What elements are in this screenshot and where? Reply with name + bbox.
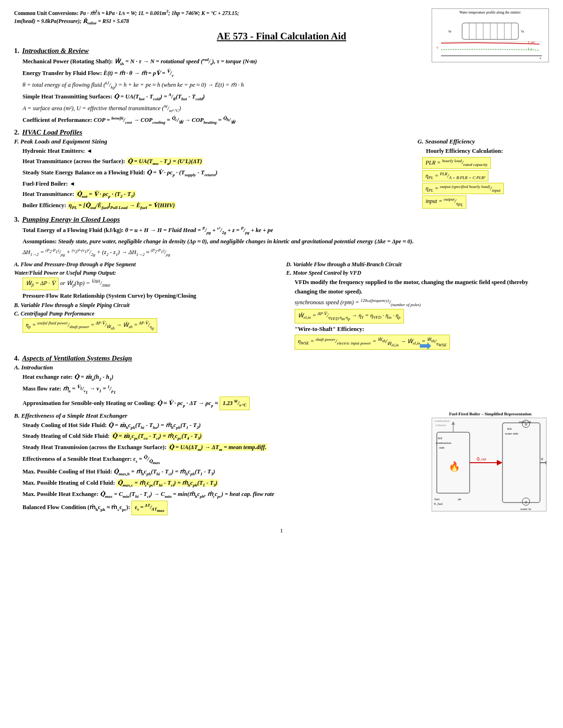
- section3-title: Pumping Energy in Closed Loops: [22, 216, 120, 224]
- section4-content: A. Introduction Heat exchange rate: Q̇ =…: [14, 364, 427, 515]
- section4-header: 4. Aspects of Ventilation Systems Design: [14, 354, 549, 362]
- subsecA-label: A. Introduction: [14, 364, 427, 371]
- theta-def-line: θ = total energy of a flowing fluid (kJ/…: [23, 80, 549, 90]
- svg-text:side: side: [439, 446, 444, 450]
- boiler-diagram-area: Fuel-Fired Boiler – Simplified Represent…: [432, 412, 549, 511]
- svg-text:x: x: [540, 56, 541, 60]
- svg-text:exhaust: exhaust: [436, 423, 446, 427]
- svg-text:HX: HX: [438, 436, 442, 440]
- max-heat-line: Max. Possible Heating of Cold Fluid: Q̇m…: [23, 478, 427, 488]
- w-el-line: Ẇel,in = ΔP·V̇/ηVFD·ηm·ηp → ηT = ηVFD · …: [295, 309, 549, 324]
- conversions-line1: Common Unit Conversions: Pa · ṁ3∕s = kPa…: [14, 8, 422, 17]
- section3: 3. Pumping Energy in Closed Loops Total …: [14, 216, 549, 351]
- section2-header: 2. HVAC Load Profiles: [14, 128, 549, 136]
- approx-line: Approximation for Sensible-only Heating …: [23, 397, 427, 410]
- svg-text:V̇: V̇: [541, 458, 543, 461]
- hydronic-line: Hydronic Heat Emitters: ◄: [23, 146, 408, 156]
- svg-text:combustion: combustion: [434, 419, 450, 423]
- section2-left: F. Peak Loads and Equipment Sizing Hydro…: [14, 138, 408, 212]
- balanced-line: Balanced Flow Condition (ṁhcph ≈ ṁccpc):…: [23, 501, 427, 516]
- svg-text:Ė_fuel: Ė_fuel: [434, 502, 443, 506]
- heat-trans-surface: Heat Transmittance (across the Surface):…: [23, 157, 408, 167]
- mass-flow-line: Mass flow rate: ṁa = V̇1/v1 → v1 = 1/ρ1: [23, 383, 427, 396]
- section1-title: Introduction & Review: [22, 47, 89, 55]
- subsecC-title: C. Centrifugal Pump Performance: [14, 310, 277, 317]
- boiler-diagram-title: Fuel-Fired Boiler – Simplified Represent…: [432, 412, 549, 416]
- svg-text:water side: water side: [505, 432, 518, 435]
- section2-right: G. Seasonal Efficiency Hourly Efficiency…: [418, 138, 549, 212]
- svg-text:T₂: T₂: [448, 30, 451, 33]
- steady-cool-line: Steady Cooling of Hot Side Fluid: Q̇ = ṁ…: [23, 420, 427, 431]
- steady-state-line: Steady State Energy Balance on a Flowing…: [23, 168, 408, 178]
- section2-number: 2.: [14, 128, 19, 136]
- eta-PL2-box: ηPL = output (specified hourly load)/inp…: [422, 183, 549, 194]
- subsecA-title: A. Flow and Pressure-Drop through a Pipe…: [14, 261, 277, 268]
- svg-text:🔥: 🔥: [449, 461, 460, 472]
- section3-header: 3. Pumping Energy in Closed Loops: [14, 216, 549, 224]
- steady-heat-line: Steady Heating of Cold Side Fluid: Q̇ = …: [23, 431, 427, 442]
- subsecD-title: D. Variable Flow through a Multi-Branch …: [286, 261, 549, 268]
- heat-trans-boiler: Heat Transmittance: Q̇out = V̇ · ρcp · (…: [23, 189, 408, 200]
- svg-text:water out: water out: [519, 420, 531, 424]
- energy-transfer-line: Energy Transfer by Fluid Flow: Ė(t) = ṁ …: [23, 68, 549, 79]
- svg-text:T_a: T_a: [528, 47, 533, 50]
- cop-line: Coefficient of Performance: COP = benefi…: [23, 115, 549, 126]
- section1-number: 1.: [14, 47, 19, 55]
- boiler-eff-line: Boiler Efficiency: ηPL = [Q̇out/Ėfuel]Pu…: [23, 201, 408, 211]
- page-container: Water temperature profile along the emit…: [14, 8, 549, 534]
- subsecB-label: B. Effectiveness of a Simple Heat Exchan…: [14, 412, 427, 420]
- pressure-flow-line: Pressure-Flow Rate Relationship (System …: [23, 291, 277, 300]
- section2-content: F. Peak Loads and Equipment Sizing Hydro…: [14, 138, 549, 212]
- conversions-line2: 1m(head) = 9.8kPa(Pressure); R̄value = R…: [14, 17, 422, 27]
- hourly-eff-label: Hourly Efficiency Calculation:: [426, 146, 549, 156]
- svg-text:T₁: T₁: [521, 30, 524, 33]
- delta-H-line: ΔH1→2 = (P2-P1)/ρg + (v2)²-(v1)²/2g + (z…: [23, 247, 549, 258]
- max-cool-line: Max. Possible Cooling of Hot Fluid: Q̇ma…: [23, 467, 427, 477]
- vfd-text-line: VFDs modify the frequency supplied to th…: [295, 278, 549, 296]
- section4-number: 4.: [14, 354, 19, 362]
- blue-arrow-right: ➡: [419, 337, 432, 354]
- svg-text:①: ①: [525, 501, 527, 504]
- section2: 2. HVAC Load Profiles F. Peak Loads and …: [14, 128, 549, 212]
- area-def-line: A = surface area (m²), U = effective the…: [23, 103, 549, 114]
- subsecB-title: B. Variable Flow through a Simple Piping…: [14, 302, 277, 309]
- section3-number: 3.: [14, 216, 19, 224]
- max-exchange-line: Max. Possible Heat Exchange: Q̇max = Cmi…: [23, 489, 427, 500]
- svg-text:T_mw: T_mw: [528, 41, 535, 44]
- section4-title: Aspects of Ventilation Systems Design: [22, 354, 132, 362]
- svg-text:Q̇_out: Q̇_out: [477, 457, 487, 461]
- svg-text:fuel: fuel: [434, 497, 440, 501]
- section3-cols: A. Flow and Pressure-Drop through a Pipe…: [14, 260, 549, 351]
- section3-left: A. Flow and Pressure-Drop through a Pipe…: [14, 260, 277, 351]
- svg-text:combustion: combustion: [436, 441, 451, 445]
- input-eq-box: input = output/ηPL: [422, 195, 549, 208]
- wire-shaft-label: "Wire-to-Shaft" Efficiency:: [295, 324, 549, 334]
- fuel-fired-line: Fuel-Fired Boiler: ◄: [23, 179, 408, 188]
- top-right-diagram: Water temperature profile along the emit…: [432, 8, 549, 62]
- section3-right: D. Variable Flow through a Multi-Branch …: [286, 260, 549, 351]
- assumptions-line: Assumptions: Steady state, pure water, n…: [23, 237, 549, 246]
- section2-title: HVAC Load Profiles: [22, 128, 82, 136]
- diagram-title: Water temperature profile along the emit…: [434, 10, 547, 15]
- effectiveness-line: Effectiveness of a Sensible Heat Exchang…: [23, 454, 427, 466]
- header-conversions: Common Unit Conversions: Pa · ṁ3∕s = kPa…: [14, 8, 422, 27]
- power-eq-line: Ẇfl = ΔP · V̇ or Ẇfl(hp) = V̇ΔH/3960: [23, 278, 277, 290]
- svg-text:air: air: [458, 497, 462, 501]
- steady-trans-line: Steady Heat Transmission (across the Exc…: [23, 443, 427, 453]
- svg-text:HX: HX: [507, 427, 512, 431]
- subsecA2-title: Water/Fluid Power or Useful Pump Output:: [14, 270, 277, 277]
- eta-PLR-box: ηPL = PLR/A + B·PLR + C·PLR²: [422, 170, 549, 181]
- sync-speed-line: synchronous speed (rpm) = 120ω(frequency…: [295, 297, 549, 308]
- PLR-box: PLR = hourly load/rated capacity: [422, 157, 549, 168]
- pump-eff-line: ηp = useful fluid power/shaft power = ΔP…: [23, 318, 277, 333]
- svg-text:water in: water in: [520, 507, 531, 511]
- total-energy-line: Total Energy of a Flowing Fluid (kJ/kg):…: [23, 225, 549, 236]
- subsec-F: F. Peak Loads and Equipment Sizing: [14, 138, 408, 145]
- subsec-G: G. Seasonal Efficiency: [418, 138, 549, 145]
- subsecE-title: E. Motor Speed Control by VFD: [286, 270, 549, 277]
- simple-heat-line: Simple Heat Transmitting Surfaces: Q̇ = …: [23, 91, 549, 102]
- svg-text:T: T: [436, 46, 439, 50]
- heat-exchange-line: Heat exchange rate: Q̇ = ṁa(h2 - h1): [23, 372, 427, 383]
- page-number: 1: [14, 527, 549, 534]
